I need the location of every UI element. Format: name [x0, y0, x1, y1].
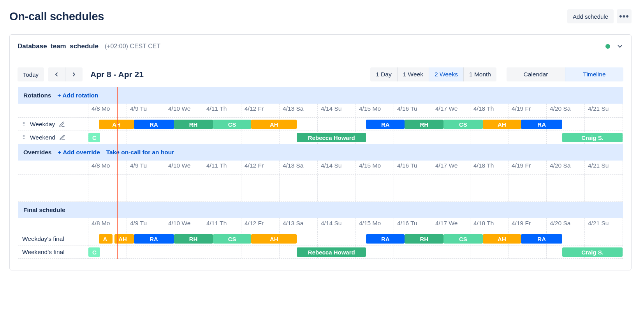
- edit-icon[interactable]: [59, 121, 65, 127]
- oncall-bar[interactable]: Craig S.: [562, 247, 623, 257]
- date-header-cell: 4/12 Fr: [241, 218, 279, 232]
- chevron-down-icon: [616, 43, 623, 50]
- oncall-bar[interactable]: RH: [174, 120, 213, 129]
- date-header-cell: 4/16 Tu: [394, 104, 432, 117]
- schedule-card: Database_team_schedule (+02:00) CEST CET…: [9, 34, 632, 270]
- oncall-bar[interactable]: Rebecca Howard: [297, 247, 366, 257]
- oncall-bar[interactable]: RA: [521, 234, 562, 244]
- oncall-bar[interactable]: CS: [213, 120, 252, 129]
- mode-calendar[interactable]: Calendar: [507, 67, 565, 81]
- oncall-bar[interactable]: Craig S.: [562, 133, 623, 142]
- date-header-final: 4/8 Mo4/9 Tu4/10 We4/11 Th4/12 Fr4/13 Sa…: [88, 218, 623, 232]
- take-oncall-button[interactable]: Take on-call for an hour: [106, 149, 174, 156]
- collapse-toggle[interactable]: [616, 43, 623, 50]
- view-2weeks[interactable]: 2 Weeks: [429, 67, 463, 81]
- mode-timeline[interactable]: Timeline: [565, 67, 623, 81]
- rotation-label: Weekday: [30, 121, 55, 128]
- date-header-cell: 4/18 Th: [470, 218, 508, 232]
- date-header-cell: 4/10 We: [165, 218, 203, 232]
- add-rotation-button[interactable]: + Add rotation: [57, 92, 98, 99]
- today-button[interactable]: Today: [18, 67, 44, 81]
- rotation-row-weekend: ⠿ Weekend CRebecca HowardCraig S.: [18, 131, 623, 144]
- date-header-cell: 4/15 Mo: [355, 104, 394, 117]
- date-header-cell: 4/21 Su: [584, 218, 623, 232]
- oncall-bar[interactable]: RH: [405, 120, 443, 129]
- display-mode-group: Calendar Timeline: [507, 67, 623, 81]
- more-horizontal-icon: •••: [619, 11, 629, 21]
- date-header-cell: 4/17 We: [432, 161, 470, 174]
- date-header-cell: 4/13 Sa: [279, 104, 317, 117]
- date-header-cell: 4/8 Mo: [88, 161, 127, 174]
- oncall-bar[interactable]: C: [88, 133, 100, 142]
- page-title: On-call schedules: [9, 10, 104, 23]
- date-header-cell: 4/11 Th: [203, 161, 241, 174]
- oncall-bar[interactable]: RA: [134, 234, 174, 244]
- date-header-cell: 4/11 Th: [203, 218, 241, 232]
- date-header-cell: 4/18 Th: [470, 104, 508, 117]
- date-header-cell: 4/19 Fr: [508, 218, 546, 232]
- prev-range-button[interactable]: [48, 67, 65, 81]
- view-1week[interactable]: 1 Week: [397, 67, 429, 81]
- oncall-bar[interactable]: AH: [483, 234, 521, 244]
- edit-icon[interactable]: [59, 134, 65, 141]
- drag-handle-icon[interactable]: ⠿: [22, 134, 26, 140]
- oncall-bar[interactable]: AH: [251, 120, 297, 129]
- section-final-title: Final schedule: [23, 207, 65, 214]
- oncall-bar[interactable]: CS: [443, 120, 482, 129]
- rotation-row-weekday: ⠿ Weekday AHRARHCSAHRARHCSAHRA: [18, 118, 623, 131]
- drag-handle-icon[interactable]: ⠿: [22, 121, 26, 127]
- date-header-cell: 4/11 Th: [203, 104, 241, 117]
- oncall-bar[interactable]: RH: [405, 234, 443, 244]
- date-header-cell: 4/9 Tu: [127, 104, 165, 117]
- schedule-name: Database_team_schedule: [18, 42, 99, 50]
- dates-empty-cell: [18, 218, 88, 232]
- view-1day[interactable]: 1 Day: [370, 67, 397, 81]
- oncall-bar[interactable]: AH: [483, 120, 521, 129]
- oncall-bar[interactable]: Rebecca Howard: [297, 133, 366, 142]
- date-range-label: Apr 8 - Apr 21: [90, 70, 144, 79]
- date-header-cell: 4/20 Sa: [546, 104, 584, 117]
- oncall-bar[interactable]: RH: [174, 234, 213, 244]
- oncall-bar[interactable]: CS: [443, 234, 482, 244]
- oncall-bar[interactable]: CS: [213, 234, 252, 244]
- chevron-right-icon: [71, 71, 77, 78]
- date-header-cell: 4/15 Mo: [355, 161, 394, 174]
- add-override-button[interactable]: + Add override: [58, 149, 100, 156]
- chevron-left-icon: [53, 71, 60, 78]
- section-rotations-title: Rotations: [23, 92, 51, 99]
- date-header-cell: 4/13 Sa: [279, 218, 317, 232]
- date-header-cell: 4/20 Sa: [546, 218, 584, 232]
- date-header-cell: 4/8 Mo: [88, 104, 127, 117]
- oncall-bar[interactable]: RA: [366, 120, 405, 129]
- date-header-rotations: 4/8 Mo4/9 Tu4/10 We4/11 Th4/12 Fr4/13 Sa…: [88, 104, 623, 117]
- range-view-group: 1 Day 1 Week 2 Weeks 1 Month: [370, 67, 496, 81]
- view-1month[interactable]: 1 Month: [463, 67, 496, 81]
- schedule-timezone: (+02:00) CEST CET: [105, 43, 160, 50]
- date-header-cell: 4/14 Su: [317, 161, 355, 174]
- oncall-bar[interactable]: AH: [251, 234, 297, 244]
- oncall-bar[interactable]: AH: [114, 234, 134, 244]
- date-header-cell: 4/12 Fr: [241, 161, 279, 174]
- final-row-label: Weekday's final: [22, 235, 64, 242]
- status-indicator: [605, 44, 610, 49]
- more-actions-button[interactable]: •••: [617, 9, 632, 23]
- oncall-bar[interactable]: RA: [366, 234, 405, 244]
- date-header-cell: 4/9 Tu: [127, 218, 165, 232]
- oncall-bar[interactable]: AH: [99, 120, 134, 129]
- date-header-cell: 4/14 Su: [317, 218, 355, 232]
- dates-empty-cell: [18, 161, 88, 175]
- add-schedule-button[interactable]: Add schedule: [567, 9, 614, 23]
- final-row-weekend: Weekend's final CRebecca HowardCraig S.: [18, 245, 623, 259]
- date-header-cell: 4/14 Su: [317, 104, 355, 117]
- date-header-cell: 4/12 Fr: [241, 104, 279, 117]
- oncall-bar[interactable]: C: [88, 247, 100, 257]
- oncall-bar[interactable]: A: [99, 234, 112, 244]
- next-range-button[interactable]: [65, 67, 83, 81]
- date-header-cell: 4/15 Mo: [355, 218, 394, 232]
- oncall-bar[interactable]: RA: [134, 120, 174, 129]
- date-header-cell: 4/17 We: [432, 218, 470, 232]
- dates-empty-cell: [18, 104, 88, 118]
- date-header-cell: 4/20 Sa: [546, 161, 584, 174]
- section-overrides-head: Overrides + Add override Take on-call fo…: [18, 144, 623, 161]
- oncall-bar[interactable]: RA: [521, 120, 562, 129]
